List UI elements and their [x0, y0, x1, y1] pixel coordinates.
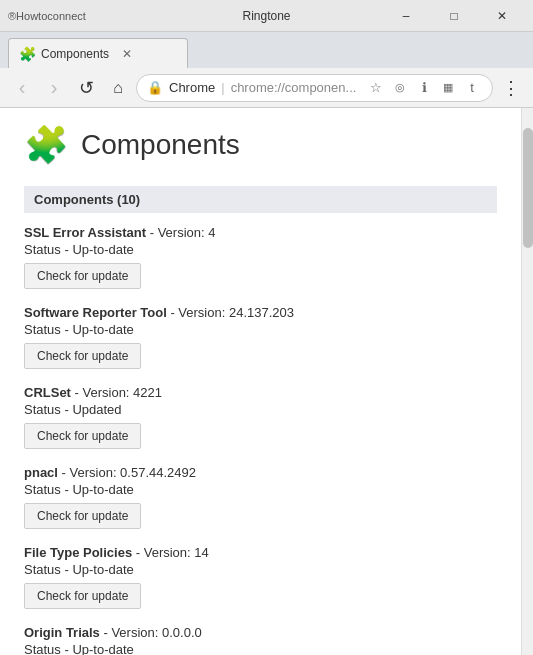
component-name: SSL Error Assistant: [24, 225, 146, 240]
minimize-button[interactable]: –: [383, 0, 429, 32]
component-version: - Version: 4: [146, 225, 215, 240]
component-status: Status - Up-to-date: [24, 482, 497, 497]
ringtone-label: Ringtone: [242, 9, 290, 23]
title-bar-left: ®Howtoconnect: [8, 10, 86, 22]
list-item: CRLSet - Version: 4221Status - UpdatedCh…: [24, 385, 497, 451]
check-update-button[interactable]: Check for update: [24, 583, 141, 609]
info-icon[interactable]: ℹ: [414, 78, 434, 98]
page-header: 🧩 Components: [24, 124, 497, 166]
list-item: Software Reporter Tool - Version: 24.137…: [24, 305, 497, 371]
close-button[interactable]: ✕: [479, 0, 525, 32]
bookmark1-icon[interactable]: ▦: [438, 78, 458, 98]
section-header: Components (10): [24, 186, 497, 213]
list-item: SSL Error Assistant - Version: 4Status -…: [24, 225, 497, 291]
address-bar[interactable]: 🔒 Chrome | chrome://componen... ☆ ◎ ℹ ▦ …: [136, 74, 493, 102]
address-icons: ☆ ◎ ℹ ▦ t: [366, 78, 482, 98]
list-item: File Type Policies - Version: 14Status -…: [24, 545, 497, 611]
nav-bar: ‹ › ↺ ⌂ 🔒 Chrome | chrome://componen... …: [0, 68, 533, 108]
tab-title: Components: [41, 47, 109, 61]
address-separator: |: [221, 80, 224, 95]
check-update-button[interactable]: Check for update: [24, 503, 141, 529]
title-bar-controls: – □ ✕: [383, 0, 525, 32]
content-area: 🧩 Components Components (10) SSL Error A…: [0, 108, 533, 655]
component-name-line: CRLSet - Version: 4221: [24, 385, 497, 400]
tab-components[interactable]: 🧩 Components ✕: [8, 38, 188, 68]
tab-favicon-icon: 🧩: [19, 46, 35, 62]
list-item: Origin Trials - Version: 0.0.0.0Status -…: [24, 625, 497, 655]
component-status: Status - Up-to-date: [24, 642, 497, 655]
home-button[interactable]: ⌂: [104, 74, 132, 102]
check-update-button[interactable]: Check for update: [24, 263, 141, 289]
scrollbar-thumb[interactable]: [523, 128, 533, 248]
address-domain: Chrome: [169, 80, 215, 95]
component-status: Status - Up-to-date: [24, 562, 497, 577]
title-bar-center: Ringtone: [242, 9, 290, 23]
component-version: - Version: 0.0.0.0: [100, 625, 202, 640]
components-list: SSL Error Assistant - Version: 4Status -…: [24, 225, 497, 655]
lock-icon: 🔒: [147, 80, 163, 95]
check-update-button[interactable]: Check for update: [24, 423, 141, 449]
component-version: - Version: 24.137.203: [167, 305, 294, 320]
component-name-line: pnacl - Version: 0.57.44.2492: [24, 465, 497, 480]
tab-close-button[interactable]: ✕: [119, 46, 135, 62]
forward-button[interactable]: ›: [40, 74, 68, 102]
restore-button[interactable]: □: [431, 0, 477, 32]
component-status: Status - Up-to-date: [24, 322, 497, 337]
component-version: - Version: 0.57.44.2492: [58, 465, 196, 480]
components-icon: 🧩: [24, 124, 69, 166]
site-label: ®Howtoconnect: [8, 10, 86, 22]
check-update-button[interactable]: Check for update: [24, 343, 141, 369]
component-name-line: SSL Error Assistant - Version: 4: [24, 225, 497, 240]
component-version: - Version: 14: [132, 545, 209, 560]
scrollbar[interactable]: [521, 108, 533, 655]
star-icon[interactable]: ☆: [366, 78, 386, 98]
main-content: 🧩 Components Components (10) SSL Error A…: [0, 108, 521, 655]
component-name-line: Origin Trials - Version: 0.0.0.0: [24, 625, 497, 640]
component-name-line: File Type Policies - Version: 14: [24, 545, 497, 560]
list-item: pnacl - Version: 0.57.44.2492Status - Up…: [24, 465, 497, 531]
component-name-line: Software Reporter Tool - Version: 24.137…: [24, 305, 497, 320]
component-name: File Type Policies: [24, 545, 132, 560]
component-status: Status - Updated: [24, 402, 497, 417]
component-status: Status - Up-to-date: [24, 242, 497, 257]
pocket-icon[interactable]: ◎: [390, 78, 410, 98]
component-version: - Version: 4221: [71, 385, 162, 400]
reload-button[interactable]: ↺: [72, 74, 100, 102]
address-path: chrome://componen...: [231, 80, 357, 95]
component-name: Software Reporter Tool: [24, 305, 167, 320]
component-name: CRLSet: [24, 385, 71, 400]
page-title: Components: [81, 129, 240, 161]
bookmark2-icon[interactable]: t: [462, 78, 482, 98]
component-name: Origin Trials: [24, 625, 100, 640]
menu-button[interactable]: ⋮: [497, 74, 525, 102]
back-button[interactable]: ‹: [8, 74, 36, 102]
component-name: pnacl: [24, 465, 58, 480]
tab-bar: 🧩 Components ✕: [0, 32, 533, 68]
title-bar: ®Howtoconnect Ringtone – □ ✕: [0, 0, 533, 32]
